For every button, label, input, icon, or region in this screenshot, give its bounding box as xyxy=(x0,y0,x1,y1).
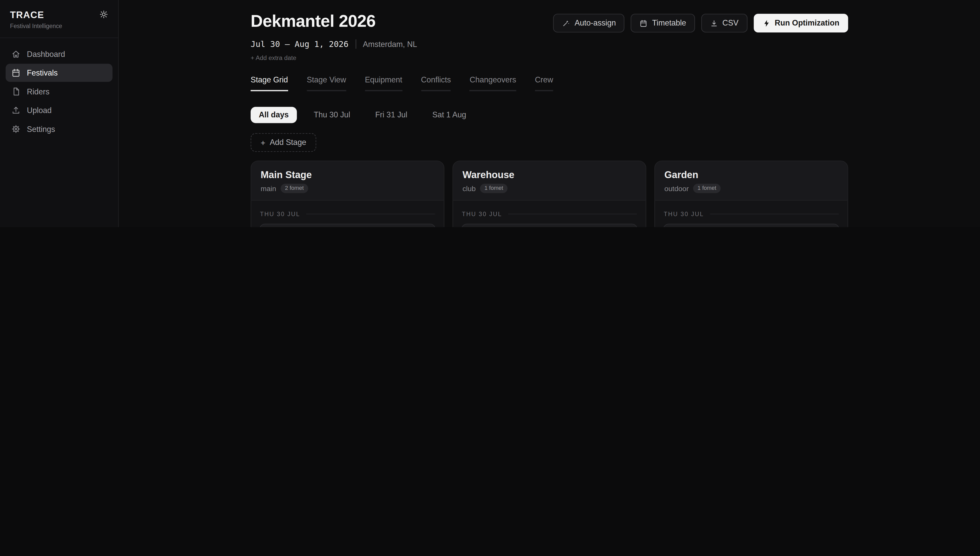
sidebar-item-festivals[interactable]: Festivals xyxy=(6,64,113,82)
gear-icon xyxy=(11,124,21,134)
add-stage-button[interactable]: + Add Stage xyxy=(251,133,316,152)
stage-type: outdoor xyxy=(664,185,689,192)
tab-equipment[interactable]: Equipment xyxy=(365,76,402,91)
brand: TRACE Festival Intelligence xyxy=(0,0,118,38)
home-icon xyxy=(11,49,21,59)
day-group-label: THU 30 JUL xyxy=(260,210,435,217)
festival-dates-row: Jul 30 — Aug 1, 2026 Amsterdam, NL xyxy=(251,39,848,49)
stage-count-badge: 1 fomet xyxy=(693,184,721,193)
divider xyxy=(508,214,637,214)
tab-conflicts[interactable]: Conflicts xyxy=(421,76,451,91)
slot-card-peggy-gou[interactable]: ⠿ Peggy Gou 20:00 — 22:00 Rider attached… xyxy=(259,224,436,227)
divider xyxy=(710,214,839,214)
slot-card-dj-seinfeld[interactable]: ⠿ DJ Seinfeld 18:00 — 20:00 Rider attach… xyxy=(663,224,839,227)
csv-button[interactable]: CSV xyxy=(701,14,747,32)
theme-toggle-button[interactable] xyxy=(99,10,108,19)
festival-location: Amsterdam, NL xyxy=(363,40,417,48)
tab-changeovers[interactable]: Changeovers xyxy=(470,76,516,91)
brand-name: TRACE xyxy=(10,10,108,20)
sidebar-item-upload[interactable]: Upload xyxy=(6,101,113,120)
sidebar-nav: Dashboard Festivals Riders Upload Settin… xyxy=(0,38,118,145)
stage-body: THU 30 JUL ⠿ DJ Seinfeld 18:00 — 20:00 R… xyxy=(655,200,847,227)
auto-assign-button[interactable]: Auto-assign xyxy=(553,14,624,32)
calendar-icon xyxy=(11,68,21,78)
stage-card-warehouse: Warehouse club 1 fomet THU 30 JUL ⠿ Ben … xyxy=(453,160,646,227)
stage-name: Warehouse xyxy=(463,170,636,181)
stage-count-badge: 2 fomet xyxy=(280,184,308,193)
page-title: Dekmantel 2026 xyxy=(251,12,376,31)
download-icon xyxy=(710,19,718,27)
divider xyxy=(355,39,356,49)
day-group-label: THU 30 JUL xyxy=(664,210,839,217)
day-filter-all-days[interactable]: All days xyxy=(251,107,297,123)
day-filters: All daysThu 30 JulFri 31 JulSat 1 Aug xyxy=(251,107,848,123)
stage-header: Warehouse club 1 fomet xyxy=(453,161,646,200)
tab-bar: Stage GridStage ViewEquipmentConflictsCh… xyxy=(251,76,848,91)
sun-icon xyxy=(99,10,108,19)
header-actions: Auto-assign Timetable CSV Run Optimizati… xyxy=(553,14,848,32)
sidebar-item-dashboard[interactable]: Dashboard xyxy=(6,45,113,63)
stage-grid: Main Stage main 2 fomet THU 30 JUL ⠿ Peg… xyxy=(251,160,848,227)
stage-name: Garden xyxy=(664,170,838,181)
stage-card-main-stage: Main Stage main 2 fomet THU 30 JUL ⠿ Peg… xyxy=(251,160,444,227)
app-root: TRACE Festival Intelligence Dashboard Fe… xyxy=(0,0,980,227)
wand-icon xyxy=(562,19,570,27)
timetable-button[interactable]: Timetable xyxy=(631,14,695,32)
day-filter-fri-31-jul[interactable]: Fri 31 Jul xyxy=(367,107,416,123)
stage-body: THU 30 JUL ⠿ Peggy Gou 20:00 — 22:00 Rid… xyxy=(251,200,443,227)
stage-header: Garden outdoor 1 fomet xyxy=(655,161,847,200)
sidebar: TRACE Festival Intelligence Dashboard Fe… xyxy=(0,0,119,227)
stage-body: THU 30 JUL ⠿ Ben Klock 23:00 — 01:00 Rid… xyxy=(453,200,646,227)
divider xyxy=(307,214,435,214)
stage-count-badge: 1 fomet xyxy=(480,184,508,193)
stage-card-garden: Garden outdoor 1 fomet THU 30 JUL ⠿ DJ S… xyxy=(654,160,848,227)
festival-dates: Jul 30 — Aug 1, 2026 xyxy=(251,39,348,49)
calendar-icon xyxy=(640,19,648,27)
tab-stage-view[interactable]: Stage View xyxy=(307,76,346,91)
file-icon xyxy=(11,87,21,96)
main-content: Dekmantel 2026 Auto-assign Timetable CSV… xyxy=(119,0,980,227)
tab-crew[interactable]: Crew xyxy=(535,76,553,91)
stage-type: club xyxy=(463,185,476,192)
stage-type: main xyxy=(260,185,276,192)
bolt-icon xyxy=(762,19,770,27)
sidebar-item-riders[interactable]: Riders xyxy=(6,82,113,100)
plus-icon: + xyxy=(260,138,265,147)
day-filter-thu-30-jul[interactable]: Thu 30 Jul xyxy=(306,107,358,123)
add-extra-date-button[interactable]: + Add extra date xyxy=(251,54,296,61)
add-stage-label: Add Stage xyxy=(270,138,306,147)
day-group-label: THU 30 JUL xyxy=(462,210,637,217)
sidebar-item-settings[interactable]: Settings xyxy=(6,120,113,138)
stage-header: Main Stage main 2 fomet xyxy=(251,161,443,200)
tab-stage-grid[interactable]: Stage Grid xyxy=(251,76,288,91)
brand-tagline: Festival Intelligence xyxy=(10,23,108,29)
stage-name: Main Stage xyxy=(260,170,434,181)
run-optimization-button[interactable]: Run Optimization xyxy=(754,14,848,32)
slot-card-ben-klock[interactable]: ⠿ Ben Klock 23:00 — 01:00 Rider attached… xyxy=(461,224,637,227)
upload-icon xyxy=(11,106,21,115)
day-filter-sat-1-aug[interactable]: Sat 1 Aug xyxy=(424,107,474,123)
